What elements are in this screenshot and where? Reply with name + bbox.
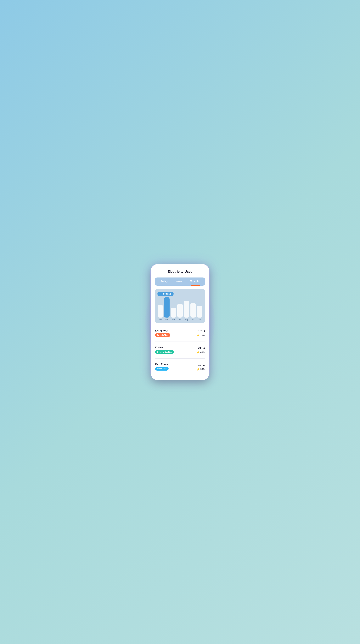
bar-may-label: May: [185, 319, 188, 320]
room-rest-left: Rest Room Sleep Time: [155, 363, 169, 370]
room-card-rest-room: Rest Room Sleep Time 19°C ⚡ 30%: [155, 361, 205, 373]
room-living-row: Living Room Friends Time 15°C ⚡ 10%: [155, 329, 205, 337]
tab-indicator-week: [175, 285, 185, 286]
bar-jun-fill: [190, 303, 196, 318]
room-rest-usage: ⚡ 30%: [197, 368, 205, 371]
bar-jan-label: Jan: [159, 319, 162, 320]
room-kitchen-right: 21°C ⚡ 60%: [197, 346, 205, 354]
tab-selector: Today Week Monthly: [155, 278, 205, 286]
room-living-temp: 15°C: [198, 329, 205, 333]
bolt-icon: ⚡: [160, 292, 163, 295]
bar-jun: Jun: [190, 303, 196, 320]
bar-jul-label: Jul: [199, 319, 201, 320]
bolt-icon-living: ⚡: [197, 334, 200, 337]
room-kitchen-left: Kitchen Evening Cooking: [155, 346, 174, 354]
bar-apr-label: Apr: [179, 319, 181, 320]
bar-jul-fill: [197, 306, 202, 318]
bolt-icon-rest: ⚡: [197, 368, 200, 371]
tab-today[interactable]: Today: [159, 279, 170, 284]
room-kitchen-usage: ⚡ 60%: [197, 351, 205, 354]
room-living-right: 15°C ⚡ 10%: [197, 329, 205, 337]
bar-jun-label: Jun: [192, 319, 194, 320]
tab-indicator-monthly: [190, 285, 200, 286]
bars-container: Jan Feb Mar Apr May: [158, 298, 202, 320]
bar-feb-fill: [164, 297, 170, 318]
bar-may-fill: [184, 301, 189, 318]
tab-week[interactable]: Week: [174, 279, 184, 284]
tab-buttons: Today Week Monthly: [157, 279, 203, 284]
chart-value-label: ⚡ 500 kwh: [158, 292, 174, 296]
bar-apr: Apr: [177, 304, 183, 320]
phone-screen: ← Electricity Uses Today Week Monthly ⚡ …: [151, 264, 209, 380]
room-rest-badge: Sleep Time: [155, 367, 169, 370]
bar-mar: Mar: [171, 308, 176, 320]
room-card-living-room: Living Room Friends Time 15°C ⚡ 10%: [155, 327, 205, 339]
room-card-kitchen: Kitchen Evening Cooking 21°C ⚡ 60%: [155, 344, 205, 356]
room-rest-row: Rest Room Sleep Time 19°C ⚡ 30%: [155, 363, 205, 371]
bar-jan-fill: [158, 305, 163, 318]
room-kitchen-badge: Evening Cooking: [155, 350, 174, 354]
divider-1: [155, 342, 205, 342]
bar-feb: Feb: [164, 297, 170, 320]
room-living-name: Living Room: [155, 329, 170, 332]
room-living-badge: Friends Time: [155, 333, 170, 337]
room-living-usage: ⚡ 10%: [197, 334, 205, 337]
page-title: Electricity Uses: [168, 270, 192, 274]
bar-mar-label: Mar: [172, 319, 175, 320]
room-kitchen-row: Kitchen Evening Cooking 21°C ⚡ 60%: [155, 346, 205, 354]
room-rest-right: 19°C ⚡ 30%: [197, 363, 205, 371]
back-button[interactable]: ←: [155, 270, 158, 274]
room-kitchen-name: Kitchen: [155, 346, 174, 349]
tab-indicator-today: [160, 285, 170, 286]
bar-feb-label: Feb: [165, 319, 168, 320]
room-kitchen-temp: 21°C: [198, 346, 205, 350]
room-living-left: Living Room Friends Time: [155, 329, 170, 337]
tab-indicator-row: [157, 285, 203, 286]
bar-jul: Jul: [197, 306, 202, 320]
bar-mar-fill: [171, 308, 176, 318]
room-rest-temp: 19°C: [198, 363, 205, 367]
chart-area: ⚡ 500 kwh Jan Feb Mar Apr: [155, 289, 205, 323]
room-rest-name: Rest Room: [155, 363, 169, 366]
bar-jan: Jan: [158, 305, 163, 320]
header: ← Electricity Uses: [155, 270, 205, 274]
bar-may: May: [184, 301, 189, 320]
bolt-icon-kitchen: ⚡: [197, 351, 200, 354]
bar-apr-fill: [177, 304, 183, 318]
tab-monthly[interactable]: Monthly: [188, 279, 201, 284]
